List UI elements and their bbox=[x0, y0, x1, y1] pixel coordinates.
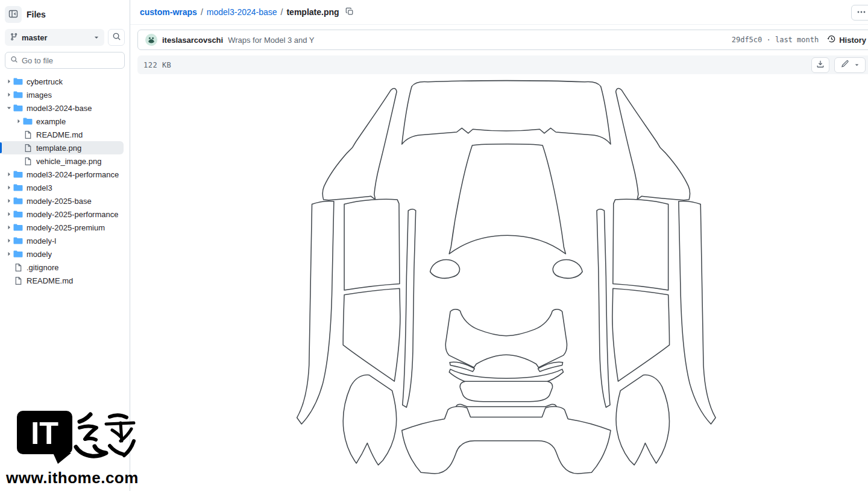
git-branch-icon bbox=[10, 33, 18, 43]
tree-item-label: modely-2025-performance bbox=[27, 210, 118, 219]
file-icon bbox=[23, 156, 33, 166]
chevron-down-icon bbox=[93, 33, 99, 42]
copy-icon bbox=[345, 7, 354, 17]
chevron-right-icon bbox=[5, 197, 13, 204]
sidebar-header: Files bbox=[0, 0, 130, 23]
latest-commit-bar: iteslasarcovschi Wraps for Model 3 and Y… bbox=[137, 30, 868, 50]
file-meta-bar: 122 KB bbox=[137, 55, 868, 74]
file-view-main: custom-wraps / model3-2024-base / templa… bbox=[130, 0, 868, 491]
sidebar-collapse-icon bbox=[8, 9, 18, 21]
tree-item-label: example bbox=[36, 117, 66, 126]
tree-item-label: .gitignore bbox=[27, 263, 58, 272]
chevron-right-icon bbox=[5, 224, 13, 231]
commit-sha-and-date: 29df5c0 · last month bbox=[732, 36, 819, 44]
tree-item-example[interactable]: example bbox=[0, 115, 124, 128]
tree-item-modely-2025-performance[interactable]: modely-2025-performance bbox=[0, 207, 124, 221]
tree-item-modely-2025-base[interactable]: modely-2025-base bbox=[0, 194, 124, 207]
ellipsis-icon bbox=[857, 7, 866, 19]
download-raw-button[interactable] bbox=[811, 57, 829, 73]
tree-item-label: vehicle_image.png bbox=[36, 157, 101, 166]
tree-item-label: model3-2024-base bbox=[27, 104, 92, 113]
tree-item-label: cybertruck bbox=[27, 77, 63, 86]
commit-message[interactable]: Wraps for Model 3 and Y bbox=[228, 36, 732, 45]
search-icon bbox=[112, 32, 121, 43]
copy-path-button[interactable] bbox=[345, 7, 354, 17]
tree-item-label: model3-2024-performance bbox=[27, 170, 119, 179]
file-icon bbox=[23, 130, 33, 139]
go-to-file-input[interactable] bbox=[22, 56, 128, 65]
branch-name: master bbox=[22, 33, 90, 42]
folder-icon bbox=[13, 103, 23, 113]
tree-item-label: modely bbox=[27, 250, 52, 259]
tree-item-.gitignore[interactable]: .gitignore bbox=[0, 261, 124, 274]
folder-icon bbox=[13, 196, 23, 206]
ithome-cjk-logo bbox=[76, 414, 134, 456]
folder-icon bbox=[13, 90, 23, 100]
folder-icon bbox=[23, 116, 33, 126]
tree-item-README.md[interactable]: README.md bbox=[0, 274, 124, 287]
chevron-right-icon bbox=[5, 250, 13, 258]
tree-item-modely[interactable]: modely bbox=[0, 247, 124, 261]
breadcrumb-separator: / bbox=[281, 7, 283, 17]
front-bumper-piece bbox=[445, 309, 567, 367]
chevron-right-icon bbox=[5, 211, 13, 218]
chevron-right-icon bbox=[5, 104, 13, 112]
breadcrumb-current-file: template.png bbox=[286, 7, 339, 17]
files-panel-title: Files bbox=[27, 10, 46, 19]
template-image bbox=[272, 79, 737, 477]
chevron-right-icon bbox=[5, 237, 13, 244]
history-button[interactable]: History bbox=[827, 34, 866, 45]
tree-item-README.md[interactable]: README.md bbox=[0, 128, 124, 141]
fender-piece bbox=[322, 88, 397, 200]
folder-icon bbox=[13, 249, 23, 259]
tree-item-images[interactable]: images bbox=[0, 88, 124, 101]
breadcrumb-separator: / bbox=[201, 7, 203, 17]
tree-item-cybertruck[interactable]: cybertruck bbox=[0, 75, 124, 88]
chevron-right-icon bbox=[14, 118, 23, 125]
tree-item-model3-2024-base[interactable]: model3-2024-base bbox=[0, 101, 124, 115]
tree-item-label: modely-2025-premium bbox=[27, 223, 105, 232]
edit-dropdown-caret-icon bbox=[854, 60, 860, 69]
door-lower-piece bbox=[343, 288, 400, 381]
breadcrumb: custom-wraps / model3-2024-base / templa… bbox=[140, 7, 354, 17]
chevron-right-icon bbox=[5, 78, 13, 85]
branch-selector[interactable]: master bbox=[5, 29, 104, 46]
tree-item-label: images bbox=[27, 90, 52, 100]
file-preview-area bbox=[137, 74, 868, 477]
tree-item-modely-2025-premium[interactable]: modely-2025-premium bbox=[0, 221, 124, 234]
ithome-url: www.ithome.com bbox=[6, 469, 145, 487]
tree-item-label: modely-2025-base bbox=[27, 197, 92, 206]
edit-file-button-group[interactable] bbox=[834, 57, 866, 73]
more-options-button[interactable] bbox=[851, 5, 868, 21]
tree-item-vehicle_image.png[interactable]: vehicle_image.png bbox=[0, 154, 124, 168]
tree-item-label: modely-l bbox=[27, 236, 56, 246]
tree-item-label: model3 bbox=[27, 183, 52, 192]
search-icon bbox=[10, 55, 18, 66]
commit-author-link[interactable]: iteslasarcovschi bbox=[162, 36, 223, 45]
file-icon bbox=[13, 276, 23, 285]
tree-item-template.png[interactable]: template.png bbox=[0, 141, 124, 154]
collapse-sidebar-button[interactable] bbox=[5, 6, 22, 23]
it-logo-bubble: IT bbox=[17, 411, 72, 464]
breadcrumb-repo-link[interactable]: custom-wraps bbox=[140, 7, 197, 17]
history-label: History bbox=[839, 36, 866, 45]
breadcrumb-dir-link[interactable]: model3-2024-base bbox=[207, 7, 277, 17]
folder-icon bbox=[13, 183, 23, 192]
chevron-right-icon bbox=[5, 171, 13, 178]
avatar[interactable] bbox=[145, 34, 157, 46]
download-icon bbox=[816, 60, 825, 70]
folder-icon bbox=[13, 223, 23, 232]
headlight-piece bbox=[430, 259, 460, 278]
tree-item-model3-2024-performance[interactable]: model3-2024-performance bbox=[0, 168, 124, 181]
search-this-repo-button[interactable] bbox=[108, 29, 125, 46]
hood-piece bbox=[449, 144, 565, 254]
go-to-file-box bbox=[5, 52, 125, 69]
tree-item-modely-l[interactable]: modely-l bbox=[0, 234, 124, 247]
chevron-right-icon bbox=[5, 91, 13, 98]
breadcrumb-bar: custom-wraps / model3-2024-base / templa… bbox=[130, 0, 868, 25]
tree-item-label: README.md bbox=[36, 130, 83, 139]
tree-item-label: README.md bbox=[27, 276, 73, 285]
tree-item-model3[interactable]: model3 bbox=[0, 181, 124, 194]
tree-item-label: template.png bbox=[36, 144, 81, 153]
rocker-strip-piece bbox=[297, 201, 334, 424]
